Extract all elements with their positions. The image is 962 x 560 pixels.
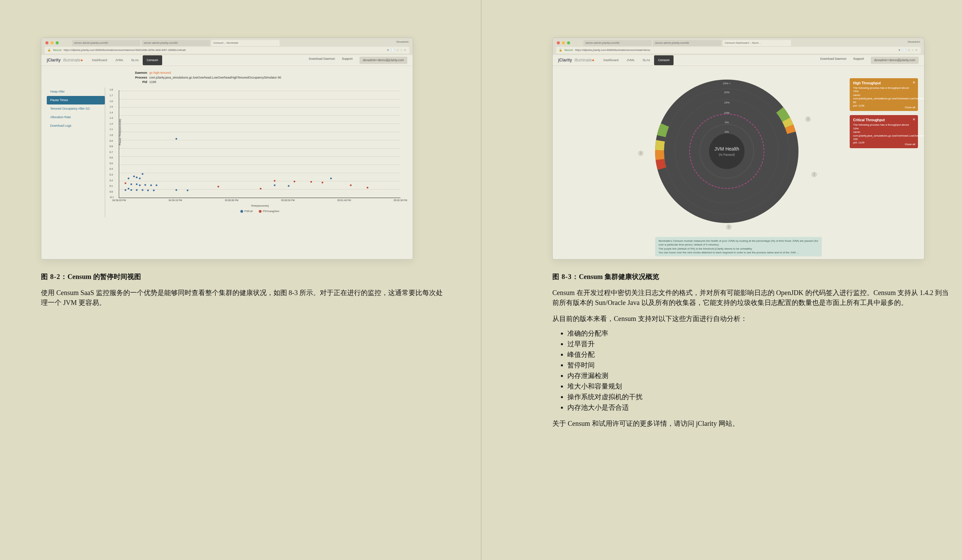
link-download-daemon[interactable]: Download Daemon (309, 56, 335, 64)
sidebar-item-pause-times[interactable]: Pause Times (47, 96, 105, 105)
info-panel: Illuminate's Censum module measures the … (655, 237, 822, 257)
sidebar-item-tenured-occ[interactable]: Tenured Occupancy After GC (47, 105, 105, 113)
body-paragraph: Censum 在开发过程中密切关注日志文件的格式，并对所有可能影响日志的 Ope… (552, 288, 955, 308)
app-topbar: jClarity illuminate ● Dashboard JVMs SLA… (41, 55, 413, 66)
list-item: 操作系统对虚拟机的干扰 (567, 392, 955, 402)
list-item: 暂停时间 (567, 360, 955, 370)
brand-logo: jClarity illuminate ● (47, 57, 81, 63)
browser-tab[interactable]: server-admin.jclarity.com/80 (142, 40, 210, 46)
url-text: https://dijkstra.jclarity.com:8080/illum… (63, 48, 384, 52)
secure-label: Secure (53, 48, 61, 52)
tab-dashboard[interactable]: Dashboard (88, 55, 111, 65)
process-meta: Daemon gc-high-tenured Process com.jclar… (130, 71, 413, 85)
jvm-health-radial: JVM Health (% Paused) 25% + 20% 15% 10% … (655, 79, 799, 223)
app-content: jClarity illuminate ● Dashboard JVMs SLA… (41, 55, 413, 259)
list-item: 准确的分配率 (567, 329, 955, 338)
info-icon[interactable]: i (726, 224, 731, 230)
pct-label: 20% (724, 90, 730, 95)
y-axis-label: Pause Time(seconds) (118, 119, 122, 145)
chart-legend: PSFull PSYoungGen (240, 209, 279, 213)
window-traffic-lights (557, 41, 570, 44)
url-bar[interactable]: 🔒 Secure https://dijkstra.jclarity.com:8… (556, 47, 921, 53)
window-traffic-lights (45, 41, 59, 44)
tab-censum[interactable]: Censum (143, 55, 163, 65)
list-item: 堆大小和容量规划 (567, 381, 955, 391)
close-icon[interactable]: ✕ (912, 80, 915, 85)
browser-tabs: server-admin.jclarity.com/80 server-admi… (583, 40, 897, 46)
body-paragraph: 关于 Censum 和试用许可证的更多详情，请访问 jClarity 网站。 (552, 419, 955, 429)
topbar-right: Download Daemon Support devadmin+demo@jc… (820, 56, 918, 64)
browser-tab[interactable]: server-admin.jclarity.com/80 (583, 40, 652, 46)
right-column: server-admin.jclarity.com/80 server-admi… (552, 0, 955, 429)
app-content: jClarity illuminate ● Dashboard JVMs SLA… (553, 55, 924, 259)
lock-icon: 🔒 (47, 48, 51, 52)
view-sidebar: Heap After Pause Times Tenured Occupancy… (47, 87, 105, 217)
figure-caption-8-3: 图 8-3：Censum 集群健康状况概览 (552, 272, 955, 282)
lock-icon: 🔒 (559, 48, 562, 52)
link-support[interactable]: Support (853, 56, 864, 64)
list-item: 内存池大小是否合适 (567, 403, 955, 413)
daemon-link[interactable]: gc-high-tenured (150, 71, 171, 74)
tab-jvms[interactable]: JVMs (111, 55, 128, 65)
list-item: 内存泄漏检测 (567, 371, 955, 381)
alerts-stack: ✕ High Throughput The following process … (850, 78, 918, 148)
toolbar-icons: ★ 📄 □ ○ ≡ (387, 48, 407, 52)
tab-censum[interactable]: Censum (654, 55, 674, 65)
url-bar[interactable]: 🔒 Secure https://dijkstra.jclarity.com:8… (45, 47, 409, 53)
body-paragraph: 从目前的版本来看，Censum 支持对以下这些方面进行自动分析： (552, 314, 955, 324)
pid-value: 1158 (150, 80, 157, 84)
link-download-daemon[interactable]: Download Daemon (820, 56, 847, 64)
pct-label: 25% + (723, 82, 731, 86)
secure-label: Secure (564, 48, 573, 52)
close-all-link[interactable]: Close all (905, 106, 915, 109)
alert-high-throughput: ✕ High Throughput The following process … (850, 78, 918, 111)
pct-label: 10% (724, 111, 730, 115)
system-menu: Devadmin (908, 40, 920, 44)
alert-critical-throughput: ✕ Critical Throughput The following proc… (850, 115, 918, 148)
sidebar-item-alloc-rate[interactable]: Allocation Rate (47, 113, 105, 121)
list-item: 峰值分配 (567, 350, 955, 360)
browser-tab-active[interactable]: Censum Dashboard – Illumi… (723, 40, 791, 46)
body-paragraph: 使用 Censum SaaS 监控服务的一个优势是能够同时查看整个集群的健康状况… (41, 288, 444, 308)
screenshot-8-2: server-admin.jclarity.com/80 server-admi… (41, 37, 413, 260)
close-icon[interactable]: ✕ (912, 117, 915, 121)
info-icon[interactable]: i (805, 116, 811, 122)
link-support[interactable]: Support (342, 56, 353, 64)
info-icon[interactable]: i (812, 172, 817, 177)
toolbar-icons: ★ 📄 □ ○ ≡ (898, 48, 918, 52)
browser-tab[interactable]: server-admin.jclarity.com/80 (72, 40, 140, 46)
browser-tab-active[interactable]: Censum – Illuminate (211, 40, 279, 46)
radial-hub: JVM Health (% Paused) (709, 134, 744, 169)
tab-dashboard[interactable]: Dashboard (599, 55, 623, 65)
app-topbar: jClarity illuminate ● Dashboard JVMs SLA… (553, 55, 924, 66)
url-text: https://dijkstra.jclarity.com:8080/illum… (575, 48, 896, 52)
user-menu[interactable]: devadmin+demo@jclarity.com (360, 56, 407, 64)
browser-tabs: server-admin.jclarity.com/80 server-admi… (72, 40, 386, 46)
pause-time-chart: Pause Time(seconds) Time(seconds) PSFull… (105, 87, 407, 217)
brand-logo: jClarity illuminate ● (558, 57, 592, 63)
user-menu[interactable]: devadmin+demo@jclarity.com (871, 56, 918, 64)
feature-list: 准确的分配率 过早晋升 峰值分配 暂停时间 内存泄漏检测 堆大小和容量规划 操作… (567, 329, 955, 413)
list-item: 过早晋升 (567, 339, 955, 349)
pct-label: 0% (725, 130, 729, 134)
browser-tab[interactable]: server-admin.jclarity.com/80 (653, 40, 722, 46)
process-value: com.jclarity.java_simulations.gc.lowOver… (150, 76, 281, 79)
tab-slas[interactable]: SLAs (127, 55, 143, 65)
pct-label: 15% (724, 101, 730, 105)
system-menu: Devadmin (396, 40, 408, 44)
tab-slas[interactable]: SLAs (638, 55, 654, 65)
left-column: server-admin.jclarity.com/80 server-admi… (41, 0, 444, 308)
screenshot-8-3: server-admin.jclarity.com/80 server-admi… (552, 37, 925, 260)
x-axis-label: Time(seconds) (251, 204, 269, 208)
page-divider (481, 0, 481, 560)
figure-caption-8-2: 图 8-2：Censum 的暂停时间视图 (41, 272, 444, 282)
nav-tabs: Dashboard JVMs SLAs Censum (88, 55, 163, 65)
tab-jvms[interactable]: JVMs (623, 55, 639, 65)
nav-tabs: Dashboard JVMs SLAs Censum (599, 55, 674, 65)
close-all-link[interactable]: Close all (905, 143, 915, 146)
topbar-right: Download Daemon Support devadmin+demo@jc… (309, 56, 407, 64)
pct-label: 5% (725, 121, 729, 124)
sidebar-item-heap-after[interactable]: Heap After (47, 87, 105, 96)
sidebar-item-download-logs[interactable]: Download Logs (47, 121, 105, 130)
info-icon[interactable]: i (638, 150, 644, 156)
